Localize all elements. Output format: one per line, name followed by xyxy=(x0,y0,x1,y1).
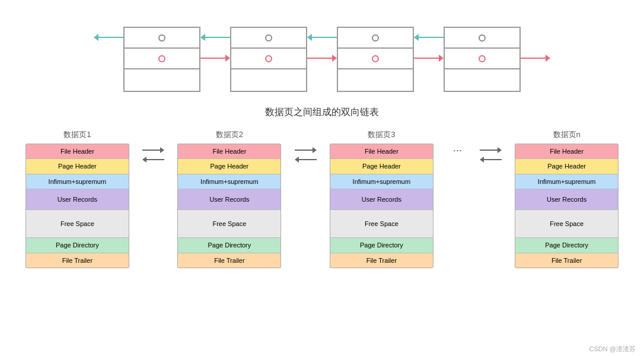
page-title-2: 数据页2 xyxy=(216,129,243,140)
ll-node-1 xyxy=(123,27,200,92)
teal-line xyxy=(98,37,123,38)
page-block-1: 数据页1 File Header Page Header Infimum+sup… xyxy=(23,129,132,268)
infimum-n: Infimum+supremum xyxy=(515,174,618,189)
page-header-n: Page Header xyxy=(515,159,618,174)
page-title-n: 数据页n xyxy=(553,129,581,140)
file-trailer-n: File Trailer xyxy=(515,253,618,268)
page-block-3: 数据页3 File Header Page Header Infimum+sup… xyxy=(327,129,436,268)
page-directory-2: Page Directory xyxy=(178,238,280,253)
circle-pink-icon xyxy=(372,55,379,62)
arrowhead-right-icon xyxy=(546,55,550,62)
circle-pink-icon xyxy=(265,55,272,62)
file-header-1: File Header xyxy=(26,144,129,159)
diagram-caption: 数据页之间组成的双向链表 xyxy=(265,106,379,119)
circle-pink-icon xyxy=(479,55,486,62)
circle-icon xyxy=(158,34,165,42)
ll-node-4 xyxy=(444,27,521,92)
arrow-left-icon xyxy=(295,157,299,163)
file-trailer-3: File Trailer xyxy=(330,253,433,268)
arrow-left-icon xyxy=(142,157,146,163)
circle-icon xyxy=(372,34,379,42)
linked-list-area xyxy=(94,15,550,104)
bottom-section: 数据页1 File Header Page Header Infimum+sup… xyxy=(12,129,632,268)
page-title-1: 数据页1 xyxy=(63,129,91,140)
arrow-right-icon xyxy=(498,147,502,153)
dots-separator: ··· xyxy=(446,144,470,157)
watermark: CSDN @渣渣苏 xyxy=(589,345,636,354)
arrow-3-4 xyxy=(414,27,444,92)
file-header-n: File Header xyxy=(515,144,618,159)
ll-node-3 xyxy=(337,27,414,92)
infimum-1: Infimum+supremum xyxy=(26,174,129,189)
arrowhead-right-icon xyxy=(439,55,444,62)
page-structure-3: File Header Page Header Infimum+supremum… xyxy=(330,144,433,268)
arrowhead-right-icon xyxy=(332,55,337,62)
circle-icon xyxy=(479,34,486,42)
circle-icon xyxy=(265,34,272,42)
arrowhead-left-icon xyxy=(307,34,312,41)
page-title-3: 数据页3 xyxy=(368,129,395,140)
user-records-n: User Records xyxy=(515,189,618,210)
page-header-3: Page Header xyxy=(330,159,433,174)
free-space-n: Free Space xyxy=(515,210,618,238)
page-arrow-2-3 xyxy=(294,147,317,163)
arrowhead-left-icon xyxy=(414,34,419,41)
arrow-right-icon xyxy=(313,147,317,153)
user-records-2: User Records xyxy=(178,189,280,210)
page-header-2: Page Header xyxy=(178,159,280,174)
free-space-2: Free Space xyxy=(178,210,280,238)
page-directory-3: Page Directory xyxy=(330,238,433,253)
arrowhead-right-icon xyxy=(225,55,230,62)
user-records-1: User Records xyxy=(26,189,129,210)
file-trailer-2: File Trailer xyxy=(178,253,280,268)
file-header-2: File Header xyxy=(178,144,280,159)
file-header-3: File Header xyxy=(330,144,433,159)
ll-node-2 xyxy=(230,27,307,92)
user-records-3: User Records xyxy=(330,189,433,210)
page-directory-1: Page Directory xyxy=(26,238,129,253)
page-arrow-n xyxy=(479,147,502,163)
page-header-1: Page Header xyxy=(26,159,129,174)
arrow-2-3 xyxy=(307,27,337,92)
infimum-3: Infimum+supremum xyxy=(330,174,433,189)
page-block-2: 数据页2 File Header Page Header Infimum+sup… xyxy=(174,129,284,268)
file-trailer-1: File Trailer xyxy=(26,253,129,268)
free-space-1: Free Space xyxy=(26,210,129,238)
page-block-n: 数据页n File Header Page Header Infimum+sup… xyxy=(512,129,621,268)
arrow-right-icon xyxy=(160,147,164,153)
page-structure-2: File Header Page Header Infimum+supremum… xyxy=(177,144,281,268)
page-directory-n: Page Directory xyxy=(515,238,618,253)
arrow-1-2 xyxy=(200,27,230,92)
top-section: 数据页之间组成的双向链表 xyxy=(12,6,632,125)
page-structure-1: File Header Page Header Infimum+supremum… xyxy=(25,144,129,268)
infimum-2: Infimum+supremum xyxy=(178,174,280,189)
arrowhead-left-icon xyxy=(200,34,205,41)
main-container: 数据页之间组成的双向链表 数据页1 File Header Page Heade… xyxy=(0,0,644,356)
free-space-3: Free Space xyxy=(330,210,433,238)
page-arrow-1-2 xyxy=(142,147,165,163)
page-structure-n: File Header Page Header Infimum+supremum… xyxy=(515,144,619,268)
arrow-left-icon xyxy=(94,34,98,41)
arrow-left-icon xyxy=(480,157,484,163)
circle-pink-icon xyxy=(158,55,165,62)
